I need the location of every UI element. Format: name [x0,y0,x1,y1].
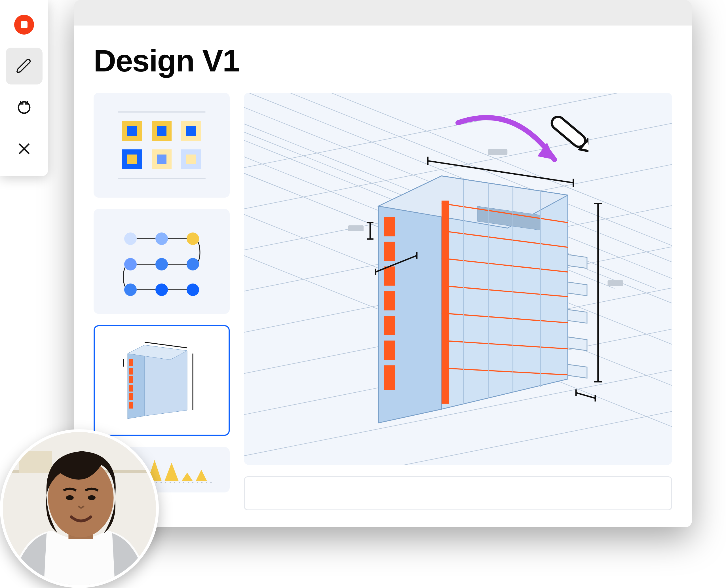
svg-rect-76 [441,201,449,404]
svg-point-0 [124,232,137,245]
svg-point-2 [187,232,199,245]
svg-point-7 [155,284,168,296]
swatch-row [122,121,201,141]
svg-point-4 [155,258,168,271]
record-stop-icon [14,15,34,35]
svg-rect-74 [384,340,395,360]
svg-rect-14 [129,376,133,383]
svg-point-8 [187,284,199,296]
pencil-icon [16,58,33,75]
redo-icon [16,99,33,116]
svg-point-89 [88,495,96,500]
svg-rect-72 [384,291,395,311]
flow-diagram-icon [119,225,204,298]
svg-rect-68 [568,364,587,378]
building-thumb-icon [110,337,213,424]
svg-rect-85 [19,451,52,473]
svg-rect-64 [568,255,587,268]
divider [118,178,206,179]
svg-marker-24 [165,463,179,481]
comment-input[interactable] [244,476,672,510]
close-icon [16,140,33,158]
presenter-avatar[interactable] [0,429,159,588]
svg-rect-15 [129,385,133,392]
thumb-swatches[interactable] [94,93,230,197]
avatar-image [3,432,156,585]
svg-rect-65 [568,282,587,296]
thumb-flow[interactable] [94,209,230,314]
design-canvas[interactable] [244,93,672,465]
svg-point-6 [124,284,137,296]
canvas-area [244,93,672,510]
swatch-row [122,149,201,169]
building-3d-icon [244,93,672,465]
svg-rect-66 [568,310,587,323]
svg-rect-16 [129,393,133,400]
svg-point-1 [155,232,168,245]
thumb-building[interactable] [94,325,230,436]
svg-point-5 [187,258,199,271]
page-title: Design V1 [94,43,672,79]
svg-rect-69 [384,217,395,236]
draw-button[interactable] [6,48,43,84]
svg-rect-75 [384,365,395,390]
divider [118,111,206,112]
redo-button[interactable] [6,89,43,126]
svg-rect-73 [384,316,395,335]
svg-rect-78 [348,225,364,231]
svg-rect-17 [129,402,133,408]
window-content: Design V1 [74,25,692,527]
svg-rect-12 [129,359,133,366]
app-window: Design V1 [74,0,692,527]
svg-rect-70 [384,242,395,261]
svg-point-88 [66,495,74,500]
close-button[interactable] [6,130,43,167]
svg-rect-71 [384,267,395,286]
svg-point-3 [124,258,137,271]
window-titlebar[interactable] [74,0,692,25]
svg-marker-26 [196,470,207,481]
svg-rect-79 [608,280,623,286]
record-button[interactable] [6,6,43,43]
svg-marker-25 [182,472,193,481]
svg-rect-77 [488,149,507,155]
svg-line-36 [244,398,672,465]
floating-toolbar [0,0,48,176]
svg-rect-13 [129,368,133,375]
svg-rect-67 [568,337,587,351]
